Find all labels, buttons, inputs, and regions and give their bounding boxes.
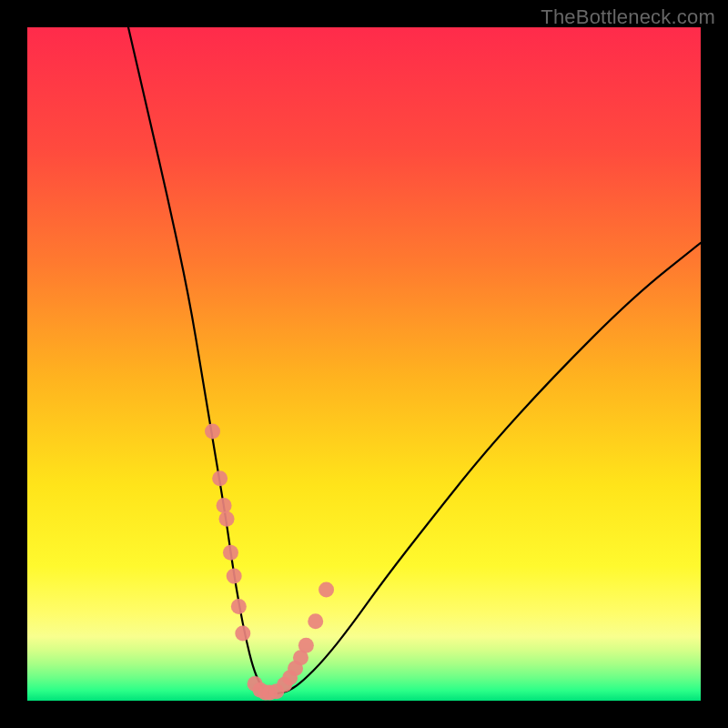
marker-dot — [205, 424, 220, 440]
marker-dot — [231, 599, 247, 614]
marker-dot — [217, 498, 232, 513]
marker-dot — [235, 626, 250, 642]
marker-dot — [298, 638, 314, 653]
marker-dot — [223, 545, 238, 561]
plot-area — [27, 27, 701, 701]
watermark-text: TheBottleneck.com — [541, 5, 715, 29]
marker-dot — [308, 613, 323, 629]
marker-dot — [212, 470, 228, 486]
figure-frame: TheBottleneck.com — [0, 0, 728, 728]
chart-overlay — [27, 27, 701, 701]
marker-dot — [227, 569, 242, 584]
curve-markers — [205, 424, 334, 701]
bottleneck-curve — [128, 27, 701, 693]
marker-dot — [219, 511, 235, 527]
marker-dot — [318, 581, 334, 597]
